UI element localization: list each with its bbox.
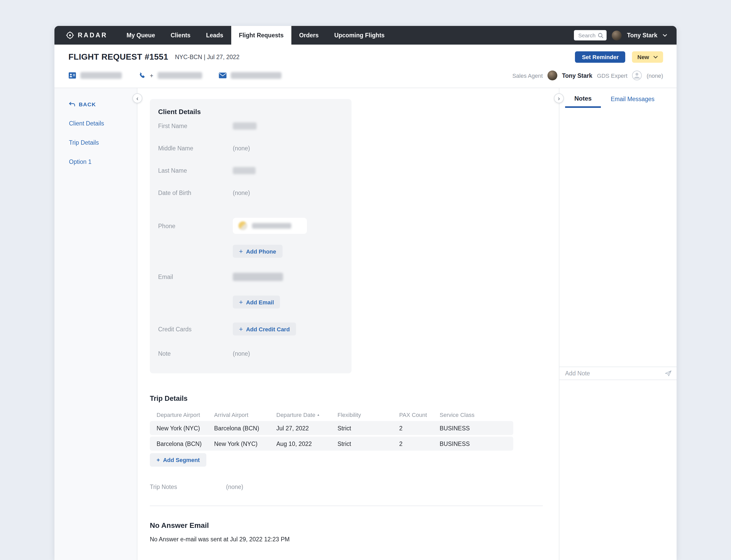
top-nav: RADAR My Queue Clients Leads Flight Requ… [54, 26, 677, 45]
client-phone-item[interactable]: + [138, 72, 202, 79]
nav-item-flight-requests[interactable]: Flight Requests [231, 26, 291, 45]
sidebar-item-option-1[interactable]: Option 1 [69, 159, 137, 165]
sidebar-item-trip-details[interactable]: Trip Details [69, 139, 137, 146]
cell-flexibility: Strict [331, 440, 392, 447]
cell-pax-count: 2 [392, 425, 433, 431]
col-arrival-airport[interactable]: Arrival Airport [207, 412, 270, 418]
middle-name-label: Middle Name [158, 145, 233, 151]
set-reminder-button[interactable]: Set Reminder [575, 51, 625, 63]
table-row[interactable]: New York (NYC) Barcelona (BCN) Jul 27, 2… [150, 421, 513, 435]
nav-items: My Queue Clients Leads Flight Requests O… [119, 26, 392, 45]
trip-notes-label: Trip Notes [150, 484, 226, 490]
add-segment-label: Add Segment [163, 457, 200, 463]
credit-cards-label: Credit Cards [158, 326, 233, 332]
section-divider [150, 506, 543, 506]
no-answer-email-text: No Answer e-mail was sent at Jul 29, 202… [150, 536, 559, 542]
client-details-panel: Client Details First Name Middle Name (n… [150, 99, 352, 373]
phone-prefix: + [150, 72, 153, 79]
first-name-label: First Name [158, 123, 233, 129]
cell-service-class: BUSINESS [433, 440, 513, 447]
nav-item-upcoming-flights[interactable]: Upcoming Flights [326, 26, 392, 45]
col-pax-count[interactable]: PAX Count [392, 412, 433, 418]
date-of-birth-value: (none) [233, 190, 250, 196]
empty-avatar-icon [632, 71, 642, 80]
gds-expert-value: (none) [646, 72, 663, 79]
nav-item-clients[interactable]: Clients [163, 26, 198, 45]
country-flag-icon [238, 221, 247, 230]
flight-request-card: RADAR My Queue Clients Leads Flight Requ… [54, 26, 677, 560]
col-service-class[interactable]: Service Class [433, 412, 513, 418]
send-note-button[interactable] [665, 370, 672, 376]
tab-email-messages[interactable]: Email Messages [611, 96, 655, 108]
phone-label: Phone [158, 223, 233, 229]
phone-icon [138, 72, 146, 79]
add-credit-card-button[interactable]: + Add Credit Card [233, 323, 296, 335]
sales-agent-avatar [547, 71, 557, 80]
logo-text: RADAR [78, 32, 107, 39]
table-row[interactable]: Barcelona (BCN) New York (NYC) Aug 10, 2… [150, 437, 513, 451]
chevron-down-icon [653, 55, 658, 59]
middle-name-value: (none) [233, 145, 250, 151]
page-header: FLIGHT REQUEST #1551 NYC-BCN | Jul 27, 2… [54, 45, 677, 88]
client-name-redacted [80, 72, 122, 79]
email-icon [219, 73, 226, 78]
sort-asc-icon: ▴ [317, 413, 319, 416]
cell-departure-airport: Barcelona (BCN) [150, 440, 207, 447]
new-button[interactable]: New [632, 51, 663, 63]
trip-notes-value: (none) [226, 484, 243, 490]
user-menu-name[interactable]: Tony Stark [627, 32, 657, 38]
client-name-item[interactable] [68, 72, 122, 79]
plus-icon: + [239, 326, 243, 332]
tab-notes[interactable]: Notes [565, 95, 601, 108]
add-email-label: Add Email [246, 299, 274, 305]
chevron-down-icon[interactable] [663, 34, 667, 37]
plus-icon: + [239, 248, 243, 255]
client-email-item[interactable] [219, 72, 281, 79]
phone-value-redacted [252, 223, 291, 229]
client-contact-row: + Sales Agent Tony Stark GDS Expert [68, 71, 663, 80]
collapse-right-panel-button[interactable]: › [554, 93, 564, 103]
content-body: ‹ › BACK Client Details Trip Details Opt… [54, 88, 677, 560]
collapse-right-icon: › [558, 95, 560, 101]
trip-segments-table: Departure Airport Arrival Airport Depart… [150, 410, 513, 451]
plus-icon: + [157, 457, 160, 463]
cell-departure-date: Jul 27, 2022 [270, 425, 331, 431]
nav-item-orders[interactable]: Orders [291, 26, 326, 45]
add-note-input[interactable] [564, 370, 662, 377]
user-avatar[interactable] [612, 30, 622, 40]
note-value: (none) [233, 351, 250, 357]
sidebar-item-client-details[interactable]: Client Details [69, 120, 137, 127]
trip-details-title: Trip Details [150, 395, 559, 402]
main-content: Client Details First Name Middle Name (n… [137, 88, 559, 560]
cell-departure-airport: New York (NYC) [150, 425, 207, 431]
send-icon [665, 370, 672, 376]
cell-flexibility: Strict [331, 425, 392, 431]
client-phone-chip[interactable] [233, 218, 307, 234]
search-input[interactable] [577, 32, 598, 39]
client-details-title: Client Details [158, 108, 343, 116]
radar-logo[interactable]: RADAR [54, 26, 119, 45]
search-box[interactable] [574, 30, 607, 40]
add-email-button[interactable]: + Add Email [233, 296, 280, 309]
page-title: FLIGHT REQUEST #1551 [68, 52, 168, 62]
no-answer-email-title: No Answer Email [150, 521, 559, 529]
nav-item-my-queue[interactable]: My Queue [119, 26, 163, 45]
back-button[interactable]: BACK [69, 101, 137, 107]
left-sidebar: BACK Client Details Trip Details Option … [54, 88, 137, 560]
col-departure-date[interactable]: Departure Date▴ [270, 412, 331, 418]
radar-logo-icon [66, 31, 74, 39]
add-phone-button[interactable]: + Add Phone [233, 245, 282, 258]
client-phone-redacted [157, 72, 202, 79]
right-panel-tabs: Notes Email Messages [559, 88, 677, 108]
collapse-left-panel-button[interactable]: ‹ [132, 93, 142, 103]
add-segment-button[interactable]: + Add Segment [150, 453, 207, 467]
col-departure-airport[interactable]: Departure Airport [150, 412, 207, 418]
col-flexibility[interactable]: Flexibility [331, 412, 392, 418]
add-note-composer [559, 367, 677, 380]
note-label: Note [158, 351, 233, 357]
date-of-birth-label: Date of Birth [158, 190, 233, 196]
last-name-label: Last Name [158, 167, 233, 174]
nav-right: Tony Stark [574, 26, 677, 45]
nav-item-leads[interactable]: Leads [198, 26, 231, 45]
cell-arrival-airport: Barcelona (BCN) [207, 425, 270, 431]
